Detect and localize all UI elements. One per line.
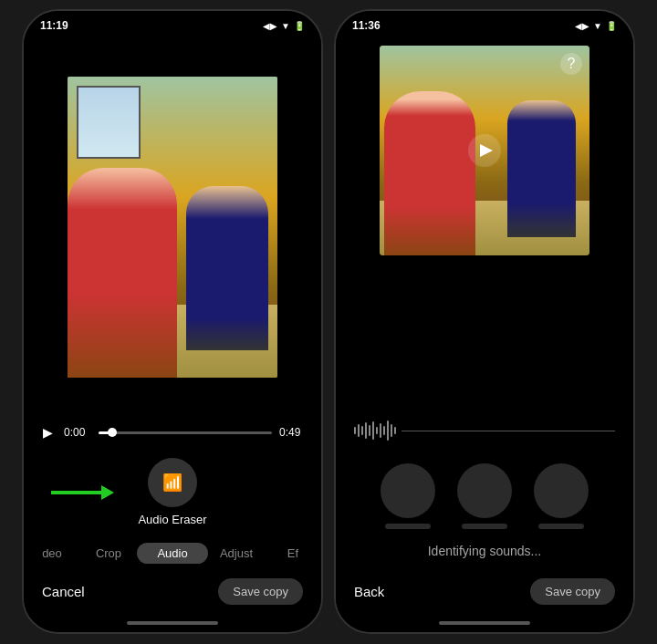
time-end-1: 0:49 bbox=[279, 426, 307, 439]
time-start-1: 0:00 bbox=[64, 426, 91, 439]
play-button-1[interactable]: ▶ bbox=[38, 425, 57, 440]
back-button[interactable]: Back bbox=[354, 584, 384, 599]
status-bar-2: 11:36 ◀▶ ▼ 🔋 bbox=[336, 11, 633, 36]
sound-circle-1 bbox=[381, 463, 435, 529]
video-thumbnail-1 bbox=[68, 77, 277, 378]
waveform-bar-3 bbox=[361, 426, 363, 435]
home-bar-1 bbox=[127, 621, 218, 625]
sound-icon-3 bbox=[534, 463, 589, 518]
phone-1: 11:19 ◀▶ ▼ 🔋 ▶ 0:00 bbox=[22, 9, 323, 634]
video-area-2: ? bbox=[336, 36, 633, 265]
green-arrow bbox=[51, 485, 114, 500]
waveform-bars bbox=[354, 421, 396, 441]
signal-icon-2: ◀▶ bbox=[575, 21, 589, 31]
tab-effects[interactable]: Ef bbox=[265, 543, 321, 564]
home-bar-2 bbox=[439, 621, 530, 625]
sound-circle-2 bbox=[457, 463, 512, 529]
battery-icon-1: 🔋 bbox=[294, 21, 305, 31]
battery-icon-2: 🔋 bbox=[606, 21, 617, 31]
waveform-bar-12 bbox=[394, 427, 396, 434]
audio-eraser-icon: 📶 bbox=[162, 473, 182, 493]
wifi-icon-1: ▼ bbox=[281, 21, 290, 31]
action-bar-2: Back Save copy bbox=[336, 569, 633, 618]
identifying-text: Identifying sounds... bbox=[336, 536, 633, 569]
video-thumbnail-2[interactable]: ? bbox=[380, 46, 589, 255]
spacer-2 bbox=[336, 265, 633, 412]
waveform-bar-5 bbox=[369, 425, 370, 436]
status-bar-1: 11:19 ◀▶ ▼ 🔋 bbox=[24, 11, 321, 36]
arrow-head bbox=[101, 485, 114, 500]
play-triangle-2 bbox=[480, 144, 493, 157]
phone-2: 11:36 ◀▶ ▼ 🔋 ? bbox=[334, 9, 635, 634]
sound-circles bbox=[336, 449, 633, 536]
tab-crop[interactable]: Crop bbox=[80, 543, 137, 564]
cancel-button-1[interactable]: Cancel bbox=[42, 584, 85, 599]
waveform-area bbox=[336, 412, 633, 449]
scene2-person2 bbox=[507, 100, 576, 237]
waveform-bar-10 bbox=[387, 421, 389, 441]
help-icon[interactable]: ? bbox=[560, 53, 582, 75]
status-icons-1: ◀▶ ▼ 🔋 bbox=[263, 21, 305, 31]
save-copy-button-2[interactable]: Save copy bbox=[530, 578, 615, 605]
waveform-bar-7 bbox=[376, 427, 378, 434]
waveform-bar-1 bbox=[354, 427, 356, 434]
scene2-person1 bbox=[384, 91, 475, 255]
waveform-bar-4 bbox=[365, 422, 367, 439]
audio-eraser-label: Audio Eraser bbox=[138, 513, 206, 526]
bottom-tabs-1: deo Crop Audio Adjust Ef bbox=[24, 537, 321, 569]
status-time-2: 11:36 bbox=[352, 19, 381, 32]
video-scene-1 bbox=[68, 77, 277, 378]
waveform-bar-11 bbox=[391, 424, 392, 437]
tab-video[interactable]: deo bbox=[24, 543, 80, 564]
audio-eraser-section: 📶 Audio Eraser bbox=[24, 447, 321, 537]
scrubber-track-1[interactable] bbox=[99, 431, 272, 434]
sound-label-1 bbox=[385, 524, 431, 529]
timeline-bar-1: ▶ 0:00 0:49 bbox=[24, 418, 321, 447]
sound-label-2 bbox=[462, 524, 507, 529]
play-button-2[interactable] bbox=[468, 134, 501, 167]
signal-icon-1: ◀▶ bbox=[263, 21, 277, 31]
tab-adjust[interactable]: Adjust bbox=[208, 543, 265, 564]
main-container: 11:19 ◀▶ ▼ 🔋 ▶ 0:00 bbox=[0, 0, 657, 644]
status-time-1: 11:19 bbox=[40, 19, 68, 32]
scene-window-1 bbox=[77, 86, 141, 159]
sound-icon-2 bbox=[457, 463, 512, 518]
action-bar-1: Cancel Save copy bbox=[24, 569, 321, 618]
scrubber-thumb-1 bbox=[108, 428, 117, 437]
waveform-bar-2 bbox=[358, 424, 360, 437]
waveform-bar-9 bbox=[383, 426, 385, 435]
video-area-1[interactable] bbox=[24, 36, 321, 418]
home-indicator-2 bbox=[336, 618, 633, 632]
status-icons-2: ◀▶ ▼ 🔋 bbox=[575, 21, 617, 31]
save-copy-button-1[interactable]: Save copy bbox=[218, 578, 303, 605]
arrow-line bbox=[51, 491, 101, 494]
scene-person1-1 bbox=[68, 168, 177, 378]
scene-person2-1 bbox=[186, 186, 268, 350]
home-indicator-1 bbox=[24, 618, 321, 632]
waveform-line bbox=[402, 431, 615, 431]
sound-label-3 bbox=[538, 524, 584, 529]
tab-audio[interactable]: Audio bbox=[137, 543, 208, 564]
waveform-bar-8 bbox=[380, 423, 381, 438]
waveform-bar-6 bbox=[372, 421, 374, 440]
audio-eraser-icon-button[interactable]: 📶 bbox=[148, 458, 197, 507]
sound-circle-3 bbox=[534, 463, 589, 529]
sound-icon-1 bbox=[381, 463, 435, 518]
wifi-icon-2: ▼ bbox=[593, 21, 602, 31]
